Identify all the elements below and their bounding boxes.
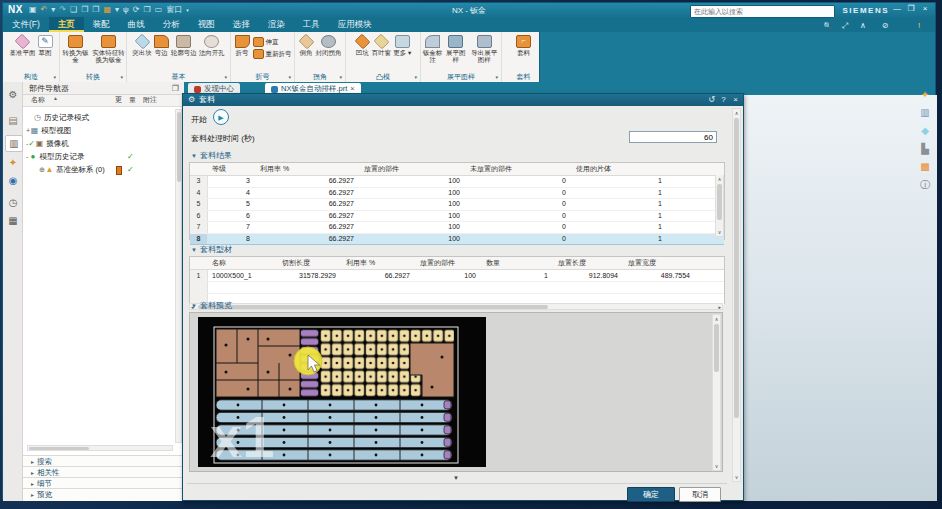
sketch-button[interactable]: ✎草图 (37, 34, 54, 57)
results-vertical-scrollbar[interactable]: ∧ ∨ (715, 175, 724, 237)
menu-tab-4[interactable]: 分析 (154, 17, 189, 32)
search-icon[interactable]: 🔍 (823, 22, 832, 30)
table-row[interactable]: 11000X500_131578.292966.29271001912.8094… (190, 270, 724, 282)
expand-icon[interactable]: ⤢ (839, 21, 851, 31)
menu-tab-0[interactable]: 文件(F) (3, 17, 49, 32)
convert-to-sheetmetal-button[interactable]: 转换为钣金 (60, 34, 91, 63)
minimize-icon[interactable]: — (891, 4, 903, 13)
table-row[interactable]: 3366.292710001 (190, 176, 724, 188)
rebend-button[interactable]: 重新折弯 (253, 49, 292, 59)
ribbon-group-label[interactable]: 转换▾ (60, 71, 126, 82)
sheetmetal-note-button[interactable]: 钣金标注 (421, 34, 444, 63)
tab-button[interactable]: 突出块 (131, 34, 153, 57)
view-tool-icon[interactable]: ▥ (917, 105, 933, 121)
note-column-header[interactable]: 附注 (143, 95, 157, 105)
close-icon[interactable]: × (919, 4, 931, 13)
menu-tab-3[interactable]: 曲线 (119, 17, 154, 32)
ribbon-group-label[interactable]: 拐角▾ (295, 71, 345, 82)
ribbon-group-label[interactable]: 折弯▾ (231, 71, 294, 82)
check-icon[interactable]: ✓ (127, 150, 134, 163)
ribbon-group-label[interactable]: 凸模▾ (346, 71, 420, 82)
ok-button[interactable]: 确定 (627, 487, 675, 502)
menu-tab-7[interactable]: 渲染 (259, 17, 294, 32)
section-stock[interactable]: ▼套料型材 (191, 244, 232, 255)
favorites-icon[interactable]: ✦ (917, 87, 933, 103)
table-row[interactable]: 4466.292710001 (190, 188, 724, 200)
closed-corner-button[interactable]: 封闭拐角 (315, 34, 343, 57)
menu-tab-8[interactable]: 工具 (294, 17, 329, 32)
name-column-header[interactable]: 名称 (31, 95, 45, 105)
cancel-button[interactable]: 取消 (679, 487, 721, 502)
check-icon[interactable]: ✓ (28, 139, 35, 148)
nesting-icon[interactable]: ▩ (917, 159, 933, 175)
solid-to-sheetmetal-button[interactable]: 实体特征转换为钣金 (91, 34, 126, 63)
help-icon[interactable]: ⊘ (879, 21, 891, 30)
dimple-button[interactable]: 凹坑 (354, 34, 371, 57)
close-icon[interactable]: × (730, 94, 741, 106)
restore-icon[interactable]: ❐ (905, 4, 917, 13)
tree-item-model-views[interactable]: +▦ 模型视图 (23, 124, 176, 137)
normal-cutout-button[interactable]: 法向开孔 (198, 34, 226, 57)
tree-item-history-mode[interactable]: ◷ 历史记录模式 (23, 111, 176, 124)
part-navigator-icon[interactable]: ▥ (5, 135, 23, 152)
menu-tab-1[interactable]: 主页 (49, 17, 84, 32)
tree-item-model-history[interactable]: -● 模型历史记录 ✓ (23, 150, 176, 163)
ribbon-group-label[interactable]: 构造▾ (3, 71, 59, 82)
settings-gear-icon[interactable]: ⚙ (5, 87, 21, 102)
flat-pattern-button[interactable]: 展平图样 (444, 34, 467, 63)
mini-column-1[interactable]: 更 (115, 95, 122, 105)
stock-horizontal-scrollbar[interactable]: ◂ ▸ (189, 303, 723, 310)
machining-icon[interactable]: ▦ (5, 213, 21, 228)
start-play-button[interactable]: ▶ (213, 109, 229, 125)
menu-tab-6[interactable]: 选择 (224, 17, 259, 32)
mini-column-2[interactable]: 量 (129, 95, 136, 105)
bend-button[interactable]: 折弯 (234, 34, 251, 57)
extrude-icon[interactable]: ◆ (917, 123, 933, 139)
table-row[interactable]: 7766.292710001 (190, 222, 724, 234)
navigator-column-header[interactable]: 名称 ▲ 更 量 附注 (23, 95, 183, 107)
table-row[interactable] (190, 282, 724, 294)
stock-table-header[interactable]: 名称 切割长度 利用率 % 放置的部件 数量 放置长度 放置宽度 (190, 257, 724, 270)
undock-icon[interactable]: ❐ (172, 82, 179, 95)
alert-icon[interactable]: ! (913, 21, 925, 30)
more-button[interactable]: 更多 ▾ (392, 34, 412, 57)
dialog-title-bar[interactable]: ⚙ 套料 ↺ ? × (183, 94, 743, 106)
dialog-vertical-scrollbar[interactable]: ∧ ∨ (732, 108, 741, 482)
navigator-vertical-scrollbar[interactable] (175, 109, 182, 443)
navigator-section-3[interactable]: ▸预览 (23, 488, 191, 500)
menu-tab-5[interactable]: 视图 (189, 17, 224, 32)
ribbon-group-label[interactable]: 套料▾ (502, 71, 545, 82)
sort-ascending-icon[interactable]: ▲ (53, 95, 58, 101)
assembly-navigator-icon[interactable]: ▤ (5, 113, 21, 128)
louver-button[interactable]: 百叶窗 (371, 34, 393, 57)
help-icon[interactable]: ? (718, 94, 729, 106)
navigator-horizontal-scrollbar[interactable] (27, 445, 173, 451)
ribbon-group-label[interactable]: 展平图样▾ (421, 71, 501, 82)
table-row[interactable]: 5566.292710001 (190, 199, 724, 211)
reuse-library-icon[interactable]: ✦ (5, 155, 21, 170)
chamfer-button[interactable]: 倒角 (298, 34, 315, 57)
time-input[interactable]: 60 (629, 131, 717, 143)
export-flat-pattern-button[interactable]: 导出展平图样 (467, 34, 501, 63)
nesting-button[interactable]: ⌐套料 (515, 34, 532, 57)
collapse-ribbon-icon[interactable]: ∧ (857, 21, 869, 30)
section-preview[interactable]: ▼套料预览 (191, 300, 232, 311)
preview-vertical-scrollbar[interactable]: ∧ ∨ (712, 314, 721, 471)
results-table-header[interactable]: 等级 利用率 % 放置的部件 未放置的部件 使用的片体 (190, 163, 724, 176)
nesting-preview-canvas[interactable]: x1 (198, 317, 486, 467)
menu-tab-2[interactable]: 装配 (84, 17, 119, 32)
table-row[interactable]: 6666.292710001 (190, 211, 724, 223)
dialog-collapse-arrow[interactable]: ▼ (183, 475, 729, 481)
flat-pattern-icon[interactable]: ▙ (917, 141, 933, 157)
check-icon[interactable]: ✓ (127, 163, 134, 176)
tree-item-datum-csys[interactable]: ⊕▲ 基准坐标系 (0) ✓ (23, 163, 176, 176)
history-icon[interactable]: ◷ (5, 195, 21, 210)
menu-tab-9[interactable]: 应用模块 (329, 17, 381, 32)
search-input[interactable] (690, 5, 835, 18)
datum-plane-button[interactable]: 基准平面 (9, 34, 37, 57)
tree-item-cameras[interactable]: -✓▣ 摄像机 (23, 137, 176, 150)
section-results[interactable]: ▼套料结果 (191, 150, 232, 161)
contour-flange-button[interactable]: 轮廓弯边 (170, 34, 198, 57)
web-browser-icon[interactable]: ◉ (5, 173, 21, 188)
info-icon[interactable]: ⓘ (917, 177, 933, 193)
